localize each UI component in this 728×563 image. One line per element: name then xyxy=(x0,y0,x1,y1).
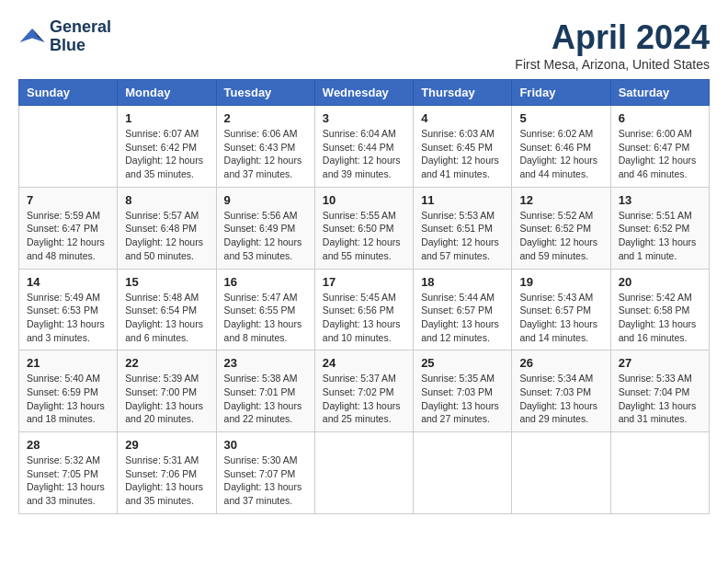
day-info: Sunrise: 5:55 AM Sunset: 6:50 PM Dayligh… xyxy=(323,209,405,263)
day-number: 6 xyxy=(619,111,701,125)
day-number: 17 xyxy=(323,275,405,289)
day-info: Sunrise: 5:57 AM Sunset: 6:48 PM Dayligh… xyxy=(125,209,208,263)
calendar-day-cell: 15Sunrise: 5:48 AM Sunset: 6:54 PM Dayli… xyxy=(118,269,216,350)
day-info: Sunrise: 5:49 AM Sunset: 6:53 PM Dayligh… xyxy=(27,291,109,345)
day-number: 25 xyxy=(421,356,504,370)
day-info: Sunrise: 5:47 AM Sunset: 6:55 PM Dayligh… xyxy=(224,291,307,345)
calendar-day-cell xyxy=(512,432,610,514)
day-info: Sunrise: 5:31 AM Sunset: 7:06 PM Dayligh… xyxy=(125,454,208,508)
day-number: 5 xyxy=(519,111,602,125)
day-number: 28 xyxy=(27,438,109,452)
day-info: Sunrise: 5:30 AM Sunset: 7:07 PM Dayligh… xyxy=(224,454,307,508)
calendar-day-cell xyxy=(610,432,709,514)
day-number: 15 xyxy=(125,275,208,289)
calendar-day-cell: 17Sunrise: 5:45 AM Sunset: 6:56 PM Dayli… xyxy=(314,269,413,350)
day-number: 13 xyxy=(619,193,701,207)
header: General Blue April 2024 First Mesa, Ariz… xyxy=(18,18,710,72)
calendar-day-cell: 19Sunrise: 5:43 AM Sunset: 6:57 PM Dayli… xyxy=(512,269,610,350)
calendar-day-cell: 1Sunrise: 6:07 AM Sunset: 6:42 PM Daylig… xyxy=(118,106,216,188)
calendar-week-row: 21Sunrise: 5:40 AM Sunset: 6:59 PM Dayli… xyxy=(19,350,710,432)
day-info: Sunrise: 6:03 AM Sunset: 6:45 PM Dayligh… xyxy=(421,127,504,181)
calendar-day-cell: 11Sunrise: 5:53 AM Sunset: 6:51 PM Dayli… xyxy=(414,187,512,269)
day-number: 1 xyxy=(125,111,208,125)
day-info: Sunrise: 6:00 AM Sunset: 6:47 PM Dayligh… xyxy=(619,127,701,181)
calendar-week-row: 28Sunrise: 5:32 AM Sunset: 7:05 PM Dayli… xyxy=(19,432,710,514)
day-number: 27 xyxy=(619,356,701,370)
calendar-day-cell: 27Sunrise: 5:33 AM Sunset: 7:04 PM Dayli… xyxy=(610,350,709,432)
calendar-day-cell: 4Sunrise: 6:03 AM Sunset: 6:45 PM Daylig… xyxy=(414,106,512,188)
day-number: 30 xyxy=(224,438,307,452)
calendar-day-cell: 29Sunrise: 5:31 AM Sunset: 7:06 PM Dayli… xyxy=(118,432,216,514)
calendar-day-cell: 26Sunrise: 5:34 AM Sunset: 7:03 PM Dayli… xyxy=(512,350,610,432)
calendar-day-cell: 5Sunrise: 6:02 AM Sunset: 6:46 PM Daylig… xyxy=(512,106,610,188)
day-number: 10 xyxy=(323,193,405,207)
calendar-day-cell: 25Sunrise: 5:35 AM Sunset: 7:03 PM Dayli… xyxy=(414,350,512,432)
day-info: Sunrise: 6:07 AM Sunset: 6:42 PM Dayligh… xyxy=(125,127,208,181)
calendar-week-row: 14Sunrise: 5:49 AM Sunset: 6:53 PM Dayli… xyxy=(19,269,710,350)
calendar-header-cell: Tuesday xyxy=(216,80,314,106)
day-number: 7 xyxy=(27,193,109,207)
day-info: Sunrise: 5:51 AM Sunset: 6:52 PM Dayligh… xyxy=(619,209,701,263)
day-number: 12 xyxy=(519,193,602,207)
title-area: April 2024 First Mesa, Arizona, United S… xyxy=(515,18,710,72)
calendar-body: 1Sunrise: 6:07 AM Sunset: 6:42 PM Daylig… xyxy=(19,106,710,514)
logo-text: General Blue xyxy=(50,18,111,55)
day-number: 21 xyxy=(27,356,109,370)
calendar-day-cell: 30Sunrise: 5:30 AM Sunset: 7:07 PM Dayli… xyxy=(216,432,314,514)
calendar-day-cell xyxy=(19,106,118,188)
calendar-day-cell: 6Sunrise: 6:00 AM Sunset: 6:47 PM Daylig… xyxy=(610,106,709,188)
svg-marker-0 xyxy=(20,29,45,42)
day-number: 20 xyxy=(619,275,701,289)
day-info: Sunrise: 6:06 AM Sunset: 6:43 PM Dayligh… xyxy=(224,127,307,181)
calendar-day-cell: 22Sunrise: 5:39 AM Sunset: 7:00 PM Dayli… xyxy=(118,350,216,432)
calendar-table: SundayMondayTuesdayWednesdayThursdayFrid… xyxy=(18,79,710,514)
calendar-day-cell: 14Sunrise: 5:49 AM Sunset: 6:53 PM Dayli… xyxy=(19,269,118,350)
calendar-day-cell: 10Sunrise: 5:55 AM Sunset: 6:50 PM Dayli… xyxy=(314,187,413,269)
calendar-day-cell: 8Sunrise: 5:57 AM Sunset: 6:48 PM Daylig… xyxy=(118,187,216,269)
day-number: 3 xyxy=(323,111,405,125)
day-number: 22 xyxy=(125,356,208,370)
day-number: 14 xyxy=(27,275,109,289)
day-info: Sunrise: 5:44 AM Sunset: 6:57 PM Dayligh… xyxy=(421,291,504,345)
calendar-day-cell: 24Sunrise: 5:37 AM Sunset: 7:02 PM Dayli… xyxy=(314,350,413,432)
day-info: Sunrise: 5:48 AM Sunset: 6:54 PM Dayligh… xyxy=(125,291,208,345)
day-info: Sunrise: 5:52 AM Sunset: 6:52 PM Dayligh… xyxy=(519,209,602,263)
calendar-week-row: 7Sunrise: 5:59 AM Sunset: 6:47 PM Daylig… xyxy=(19,187,710,269)
calendar-header-cell: Monday xyxy=(118,80,216,106)
calendar-day-cell: 16Sunrise: 5:47 AM Sunset: 6:55 PM Dayli… xyxy=(216,269,314,350)
calendar-day-cell: 21Sunrise: 5:40 AM Sunset: 6:59 PM Dayli… xyxy=(19,350,118,432)
day-number: 16 xyxy=(224,275,307,289)
day-info: Sunrise: 5:53 AM Sunset: 6:51 PM Dayligh… xyxy=(421,209,504,263)
day-info: Sunrise: 5:32 AM Sunset: 7:05 PM Dayligh… xyxy=(27,454,109,508)
calendar-day-cell: 23Sunrise: 5:38 AM Sunset: 7:01 PM Dayli… xyxy=(216,350,314,432)
day-info: Sunrise: 5:35 AM Sunset: 7:03 PM Dayligh… xyxy=(421,372,504,426)
day-number: 29 xyxy=(125,438,208,452)
calendar-day-cell: 3Sunrise: 6:04 AM Sunset: 6:44 PM Daylig… xyxy=(314,106,413,188)
day-number: 9 xyxy=(224,193,307,207)
day-info: Sunrise: 5:38 AM Sunset: 7:01 PM Dayligh… xyxy=(224,372,307,426)
day-info: Sunrise: 5:56 AM Sunset: 6:49 PM Dayligh… xyxy=(224,209,307,263)
day-number: 26 xyxy=(519,356,602,370)
calendar-day-cell xyxy=(314,432,413,514)
subtitle: First Mesa, Arizona, United States xyxy=(515,57,710,72)
day-number: 8 xyxy=(125,193,208,207)
day-info: Sunrise: 5:45 AM Sunset: 6:56 PM Dayligh… xyxy=(323,291,405,345)
calendar-header-cell: Wednesday xyxy=(314,80,413,106)
calendar-day-cell: 7Sunrise: 5:59 AM Sunset: 6:47 PM Daylig… xyxy=(19,187,118,269)
calendar-day-cell: 28Sunrise: 5:32 AM Sunset: 7:05 PM Dayli… xyxy=(19,432,118,514)
calendar-week-row: 1Sunrise: 6:07 AM Sunset: 6:42 PM Daylig… xyxy=(19,106,710,188)
calendar-day-cell: 13Sunrise: 5:51 AM Sunset: 6:52 PM Dayli… xyxy=(610,187,709,269)
day-info: Sunrise: 5:34 AM Sunset: 7:03 PM Dayligh… xyxy=(519,372,602,426)
day-number: 18 xyxy=(421,275,504,289)
calendar-day-cell xyxy=(414,432,512,514)
calendar-header-row: SundayMondayTuesdayWednesdayThursdayFrid… xyxy=(19,80,710,106)
day-info: Sunrise: 5:37 AM Sunset: 7:02 PM Dayligh… xyxy=(323,372,405,426)
day-number: 23 xyxy=(224,356,307,370)
day-number: 11 xyxy=(421,193,504,207)
day-info: Sunrise: 5:33 AM Sunset: 7:04 PM Dayligh… xyxy=(619,372,701,426)
logo: General Blue xyxy=(18,18,111,55)
day-number: 2 xyxy=(224,111,307,125)
calendar-day-cell: 18Sunrise: 5:44 AM Sunset: 6:57 PM Dayli… xyxy=(414,269,512,350)
day-info: Sunrise: 5:59 AM Sunset: 6:47 PM Dayligh… xyxy=(27,209,109,263)
calendar-header-cell: Sunday xyxy=(19,80,118,106)
